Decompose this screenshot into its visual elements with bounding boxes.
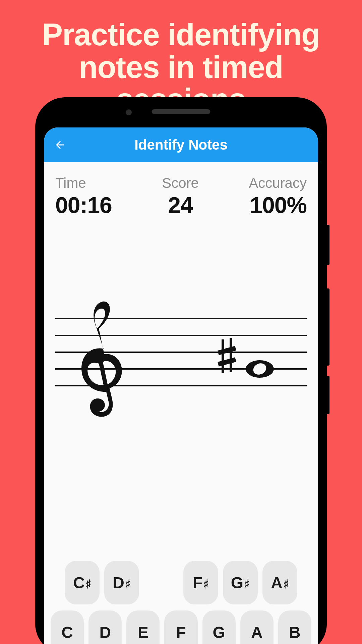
key-a[interactable]: A [240, 610, 274, 644]
key-f-sharp[interactable]: F♯ [183, 561, 218, 604]
key-g-sharp[interactable]: G♯ [223, 561, 258, 604]
arrow-left-icon [54, 139, 66, 151]
whole-note-icon [246, 360, 274, 378]
key-c[interactable]: C [51, 610, 84, 644]
promo-headline-line1: Practice identifying [42, 17, 320, 52]
key-label: B [289, 623, 301, 642]
app-bar: Identify Notes [44, 127, 318, 162]
phone-side-button [326, 288, 329, 366]
phone-frame: Identify Notes Time 00:16 Score 24 Accur… [35, 97, 327, 644]
note-keyboard: C♯ D♯ F♯ G♯ A♯ C D E F G A B [44, 561, 318, 644]
key-label: E [138, 623, 148, 642]
back-button[interactable] [54, 139, 66, 151]
stat-score-label: Score [162, 175, 199, 191]
natural-key-row: C D E F G A B [51, 610, 311, 644]
phone-side-button [326, 225, 329, 265]
stat-score: Score 24 [162, 175, 199, 218]
key-d-sharp[interactable]: D♯ [104, 561, 139, 604]
key-label: A♯ [271, 574, 289, 592]
stat-score-value: 24 [162, 192, 199, 218]
stat-accuracy-value: 100% [249, 192, 307, 218]
phone-camera [126, 109, 132, 115]
app-bar-title: Identify Notes [44, 137, 318, 153]
key-label: G♯ [231, 574, 250, 592]
stats-row: Time 00:16 Score 24 Accuracy 100% [44, 162, 318, 218]
music-staff [44, 218, 318, 419]
stat-accuracy-label: Accuracy [249, 175, 307, 191]
sharp-icon [218, 338, 236, 373]
key-label: D [99, 623, 111, 642]
key-label: G [213, 623, 225, 642]
phone-speaker [152, 109, 210, 114]
key-label: A [251, 623, 263, 642]
key-e[interactable]: E [126, 610, 160, 644]
svg-line-8 [218, 360, 236, 364]
phone-side-button [326, 376, 329, 414]
key-label: C♯ [73, 574, 91, 592]
stat-time: Time 00:16 [55, 175, 112, 218]
key-g[interactable]: G [202, 610, 236, 644]
key-d[interactable]: D [88, 610, 122, 644]
stat-accuracy: Accuracy 100% [249, 175, 307, 218]
staff-svg [55, 299, 307, 419]
app-screen: Identify Notes Time 00:16 Score 24 Accur… [44, 127, 318, 644]
stat-time-value: 00:16 [55, 192, 112, 218]
key-label: F♯ [193, 574, 209, 592]
key-a-sharp[interactable]: A♯ [262, 561, 297, 604]
key-f[interactable]: F [164, 610, 197, 644]
key-label: F [176, 623, 186, 642]
sharp-key-row: C♯ D♯ F♯ G♯ A♯ [51, 561, 311, 604]
key-label: D♯ [113, 574, 131, 592]
key-label: C [61, 623, 73, 642]
key-b[interactable]: B [278, 610, 311, 644]
stat-time-label: Time [55, 175, 112, 191]
key-c-sharp[interactable]: C♯ [65, 561, 100, 604]
